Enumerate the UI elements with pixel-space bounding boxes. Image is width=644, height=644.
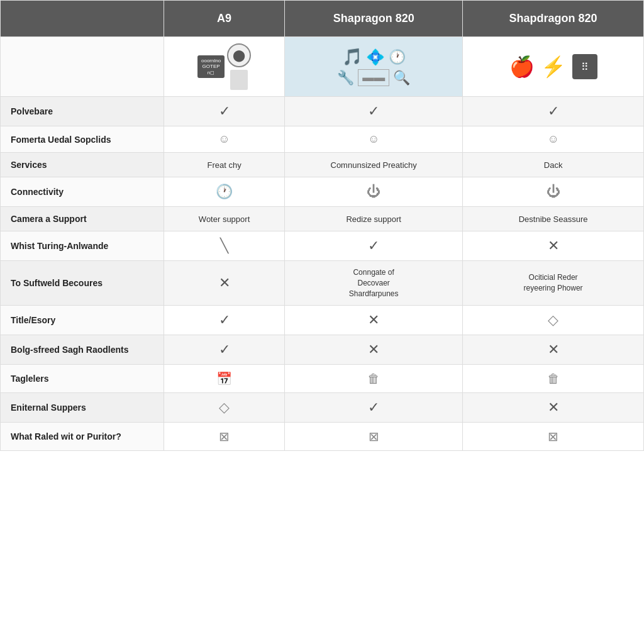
cell: ⏻ xyxy=(463,177,644,207)
table-row: Bolg-sfreed Sagh Raodlents✓✕✕ xyxy=(1,335,644,365)
a9-chip-square xyxy=(230,70,248,90)
cell: ⊠ xyxy=(164,423,285,451)
boxed-cross-cal-icon: ⊠ xyxy=(369,430,379,443)
cell: Ociticial Rederreyeering Phower xyxy=(463,261,644,306)
cell: ✓ xyxy=(164,335,285,365)
slash-icon: ╲ xyxy=(220,238,228,253)
a9-chip-box: ooornlnoGOTEPn◻ xyxy=(197,55,225,79)
cell: ⊠ xyxy=(285,423,463,451)
table-row: Fomerta Uedal Sopclids☺☺☺ xyxy=(1,126,644,153)
cell: Comnunsized Preatichy xyxy=(285,153,463,177)
snap2-apple-icon: 🍎 xyxy=(509,55,535,79)
cell-text: Woter support xyxy=(199,214,250,224)
cell-text: Dack xyxy=(544,160,563,170)
table-row: Polvebare✓✓✓ xyxy=(1,97,644,126)
table-row: What Raled wit or Puritor?⊠⊠⊠ xyxy=(1,423,644,451)
cell: Dack xyxy=(463,153,644,177)
cell: ✕ xyxy=(463,231,644,261)
cell: ☺ xyxy=(164,126,285,153)
cell: Redize support xyxy=(285,207,463,231)
snap1-bar-icon: ▬▬ xyxy=(358,69,389,86)
table-row: Whist Turing-Anlwande╲✓✕ xyxy=(1,231,644,261)
table-row: Camera a SupportWoter supportRedize supp… xyxy=(1,207,644,231)
cell: ⊠ xyxy=(463,423,644,451)
cell: ✓ xyxy=(285,97,463,126)
cell-text-multi: Ociticial Rederreyeering Phower xyxy=(470,272,636,294)
header-image-a9: ooornlnoGOTEPn◻ ⬤ xyxy=(164,37,285,97)
snap1-clock-icon: 🕐 xyxy=(389,49,406,65)
feature-label: Eniternal Suppers xyxy=(1,393,164,423)
cell: ✓ xyxy=(285,393,463,423)
snap1-connect-icon: 🔧 xyxy=(337,70,354,86)
feature-label: Bolg-sfreed Sagh Raodlents xyxy=(1,335,164,365)
feature-label: Camera a Support xyxy=(1,207,164,231)
header-image-snap2: 🍎 ⚡ ⠿ xyxy=(463,37,644,97)
feature-label: Connectivity xyxy=(1,177,164,207)
check-icon: ✓ xyxy=(219,341,230,357)
cell: ✕ xyxy=(285,306,463,335)
cell: ◇ xyxy=(463,306,644,335)
cell: Conngate ofDecovaerShardfarpunes xyxy=(285,261,463,306)
col-header-snap820-2: Shapdragon 820 xyxy=(463,1,644,37)
smiley-icon: ☺ xyxy=(218,133,230,145)
table-row: Eniternal Suppers◇✓✕ xyxy=(1,393,644,423)
snap1-chip-icon: 💠 xyxy=(366,48,385,66)
cell: ✕ xyxy=(463,393,644,423)
boxed-cross-icon: ⊠ xyxy=(219,430,230,443)
cell: ✓ xyxy=(164,306,285,335)
feature-label: Taglelers xyxy=(1,365,164,393)
cell: 🗑 xyxy=(285,365,463,393)
snap2-lightning-icon: ⚡ xyxy=(541,55,566,79)
cell: ✕ xyxy=(463,335,644,365)
feature-label: Whist Turing-Anlwande xyxy=(1,231,164,261)
cross-icon: ✕ xyxy=(548,238,559,253)
header-image-snap1: 🎵 💠 🕐 🔧 ▬▬ 🔍 xyxy=(285,37,463,97)
diamond-icon: ◇ xyxy=(219,399,230,415)
cell: 🗑 xyxy=(463,365,644,393)
calendar-icon: 📅 xyxy=(216,372,232,386)
header-image-row-feature xyxy=(1,37,164,97)
cell: ╲ xyxy=(164,231,285,261)
feature-label: What Raled wit or Puritor? xyxy=(1,423,164,451)
check-icon: ✓ xyxy=(368,238,379,253)
snap1-audio-icon: 🎵 xyxy=(342,47,362,67)
table-row: To Suftweld Becoures✕Conngate ofDecovaer… xyxy=(1,261,644,306)
cell: Woter support xyxy=(164,207,285,231)
cell-text-multi: Conngate ofDecovaerShardfarpunes xyxy=(292,267,455,299)
cell: ◇ xyxy=(164,393,285,423)
feature-label: Polvebare xyxy=(1,97,164,126)
col-header-snap820-1: Shapragon 820 xyxy=(285,1,463,37)
check-icon: ✓ xyxy=(368,103,379,119)
cross-icon: ✕ xyxy=(368,312,379,328)
cell: 📅 xyxy=(164,365,285,393)
cross-icon: ✕ xyxy=(548,399,559,415)
col-header-feature xyxy=(1,1,164,37)
power-icon: ⏻ xyxy=(367,184,380,199)
cell: Freat chy xyxy=(164,153,285,177)
cell: ☺ xyxy=(463,126,644,153)
cell: 🕐 xyxy=(164,177,285,207)
a9-github-icon: ⬤ xyxy=(227,43,251,67)
boxed-cross-cal-icon: ⊠ xyxy=(548,430,558,443)
cell: ☺ xyxy=(285,126,463,153)
cell-text: Freat chy xyxy=(207,160,241,170)
feature-label: Fomerta Uedal Sopclids xyxy=(1,126,164,153)
check-icon: ✓ xyxy=(548,103,559,119)
cell-text: Comnunsized Preatichy xyxy=(331,160,417,170)
trash-icon: 🗑 xyxy=(547,372,560,386)
cell: ✓ xyxy=(463,97,644,126)
col-header-a9: A9 xyxy=(164,1,285,37)
check-icon: ✓ xyxy=(219,103,230,119)
clock-icon: 🕐 xyxy=(216,184,233,199)
cell-text: Destnibe Seassure xyxy=(519,214,588,224)
cross-icon: ✕ xyxy=(548,341,559,357)
snap1-search-icon: 🔍 xyxy=(393,70,410,86)
feature-label: Services xyxy=(1,153,164,177)
table-row: ServicesFreat chyComnunsized PreatichyDa… xyxy=(1,153,644,177)
smiley-icon: ☺ xyxy=(547,133,558,145)
table-row: Taglelers📅🗑🗑 xyxy=(1,365,644,393)
comparison-table: A9 Shapragon 820 Shapdragon 820 ooornlno… xyxy=(0,0,644,451)
cell: ✓ xyxy=(285,231,463,261)
table-row: Title/Esory✓✕◇ xyxy=(1,306,644,335)
feature-label: To Suftweld Becoures xyxy=(1,261,164,306)
